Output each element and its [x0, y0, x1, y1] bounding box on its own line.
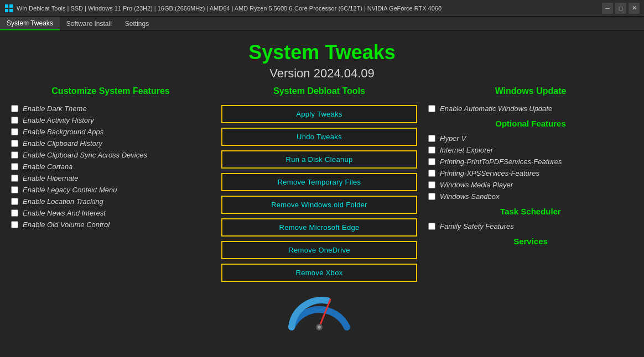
menu-item-settings[interactable]: Settings	[118, 17, 155, 30]
enable-old-volume-control-checkbox[interactable]	[11, 221, 18, 228]
minimize-button[interactable]: ─	[602, 3, 613, 14]
enable-clipboard-sync-label: Enable Clipboard Sync Across Devices	[23, 151, 147, 159]
hyper-v-label: Hyper-V	[440, 134, 466, 143]
enable-auto-windows-update-checkbox[interactable]	[428, 105, 435, 112]
printing-pdf-checkbox[interactable]	[428, 158, 435, 165]
enable-dark-theme-label: Enable Dark Theme	[23, 104, 87, 113]
maximize-button[interactable]: □	[615, 3, 626, 14]
list-item[interactable]: Enable Hibernate	[11, 172, 210, 184]
center-column: System Debloat Tools Apply Tweaks Undo T…	[216, 86, 423, 351]
enable-dark-theme-checkbox[interactable]	[11, 105, 18, 112]
list-item[interactable]: Enable Legacy Context Menu	[11, 184, 210, 196]
enable-location-tracking-checkbox[interactable]	[11, 198, 18, 205]
hyper-v-checkbox[interactable]	[428, 135, 435, 142]
printing-pdf-label: Printing-PrintToPDFServices-Features	[440, 158, 562, 166]
windows-sandbox-label: Windows Sandbox	[440, 192, 500, 201]
services-heading: Services	[428, 237, 633, 246]
right-column: Windows Update Enable Automatic Windows …	[423, 86, 638, 351]
enable-hibernate-checkbox[interactable]	[11, 175, 18, 182]
run-disk-cleanup-button[interactable]: Run a Disk Cleanup	[221, 150, 417, 169]
list-item[interactable]: Enable Activity History	[11, 114, 210, 126]
windows-media-player-label: Windows Media Player	[440, 181, 513, 189]
menu-item-software-install[interactable]: Software Install	[60, 17, 118, 30]
enable-legacy-context-menu-checkbox[interactable]	[11, 186, 18, 193]
speedometer-container	[221, 288, 417, 333]
center-column-heading: System Debloat Tools	[221, 86, 417, 96]
remove-windows-old-button[interactable]: Remove Windows.old Folder	[221, 196, 417, 214]
remove-onedrive-button[interactable]: Remove OneDrive	[221, 241, 417, 259]
version-label: Version 2024.04.09	[0, 66, 644, 81]
enable-cortana-checkbox[interactable]	[11, 163, 18, 170]
remove-microsoft-edge-button[interactable]: Remove Microsoft Edge	[221, 218, 417, 237]
enable-activity-history-label: Enable Activity History	[23, 116, 94, 124]
family-safety-features-checkbox[interactable]	[428, 223, 435, 230]
apply-tweaks-button[interactable]: Apply Tweaks	[221, 105, 417, 123]
list-item[interactable]: Enable Location Tracking	[11, 196, 210, 207]
task-scheduler-heading: Task Scheduler	[428, 207, 633, 216]
list-item[interactable]: Family Safety Features	[428, 221, 633, 232]
titlebar: Win Debloat Tools | SSD | Windows 11 Pro…	[0, 0, 644, 17]
optional-features-heading: Optional Features	[428, 119, 633, 128]
enable-cortana-label: Enable Cortana	[23, 162, 72, 171]
enable-clipboard-sync-checkbox[interactable]	[11, 151, 18, 159]
printing-xps-checkbox[interactable]	[428, 170, 435, 177]
family-safety-features-label: Family Safety Features	[440, 222, 514, 230]
windows-media-player-checkbox[interactable]	[428, 181, 435, 188]
task-scheduler-section: Task Scheduler Family Safety Features	[428, 207, 633, 232]
enable-background-apps-checkbox[interactable]	[11, 128, 18, 135]
left-column: Customize System Features Enable Dark Th…	[6, 86, 216, 351]
enable-news-and-interest-checkbox[interactable]	[11, 209, 18, 217]
enable-clipboard-history-checkbox[interactable]	[11, 140, 18, 147]
titlebar-controls: ─ □ ✕	[602, 3, 640, 14]
internet-explorer-checkbox[interactable]	[428, 146, 435, 154]
menu-item-system-tweaks[interactable]: System Tweaks	[0, 17, 60, 30]
list-item[interactable]: Enable Automatic Windows Update	[428, 103, 633, 114]
windows-sandbox-checkbox[interactable]	[428, 193, 435, 200]
enable-legacy-context-menu-label: Enable Legacy Context Menu	[23, 186, 117, 194]
list-item[interactable]: Windows Sandbox	[428, 191, 633, 202]
list-item[interactable]: Enable Clipboard Sync Across Devices	[11, 149, 210, 161]
list-item[interactable]: Printing-PrintToPDFServices-Features	[428, 156, 633, 167]
enable-activity-history-checkbox[interactable]	[11, 117, 18, 124]
enable-hibernate-label: Enable Hibernate	[23, 174, 78, 182]
list-item[interactable]: Enable Old Volume Control	[11, 219, 210, 230]
page-title: System Tweaks	[0, 41, 644, 64]
enable-background-apps-label: Enable Background Apps	[23, 128, 103, 136]
list-item[interactable]: Internet Explorer	[428, 144, 633, 156]
remove-xbox-button[interactable]: Remove Xbox	[221, 264, 417, 282]
svg-point-6	[318, 326, 321, 329]
enable-location-tracking-label: Enable Location Tracking	[23, 197, 103, 206]
windows-update-section: Windows Update Enable Automatic Windows …	[428, 86, 633, 114]
enable-old-volume-control-label: Enable Old Volume Control	[23, 221, 110, 229]
list-item[interactable]: Hyper-V	[428, 133, 633, 144]
columns-container: Customize System Features Enable Dark Th…	[0, 86, 644, 351]
svg-rect-2	[5, 9, 8, 12]
speedometer-graphic	[283, 288, 355, 333]
svg-rect-0	[5, 4, 8, 8]
list-item[interactable]: Enable Dark Theme	[11, 103, 210, 114]
printing-xps-label: Printing-XPSServices-Features	[440, 169, 539, 177]
enable-clipboard-history-label: Enable Clipboard History	[23, 139, 102, 148]
svg-rect-3	[9, 9, 13, 12]
list-item[interactable]: Enable Clipboard History	[11, 138, 210, 149]
remove-temp-files-button[interactable]: Remove Temporary Files	[221, 173, 417, 191]
internet-explorer-label: Internet Explorer	[440, 146, 493, 154]
enable-news-and-interest-label: Enable News And Interest	[23, 209, 106, 217]
list-item[interactable]: Printing-XPSServices-Features	[428, 167, 633, 179]
left-column-heading: Customize System Features	[11, 86, 210, 96]
svg-rect-1	[9, 4, 13, 8]
main-content: System Tweaks Version 2024.04.09 Customi…	[0, 31, 644, 357]
enable-auto-windows-update-label: Enable Automatic Windows Update	[440, 104, 552, 113]
undo-tweaks-button[interactable]: Undo Tweaks	[221, 128, 417, 146]
menubar: System Tweaks Software Install Settings	[0, 17, 644, 31]
header: System Tweaks Version 2024.04.09	[0, 31, 644, 86]
list-item[interactable]: Enable Cortana	[11, 161, 210, 172]
optional-features-section: Optional Features Hyper-V Internet Explo…	[428, 119, 633, 202]
app-icon	[4, 4, 13, 13]
list-item[interactable]: Enable News And Interest	[11, 207, 210, 219]
list-item[interactable]: Enable Background Apps	[11, 126, 210, 138]
list-item[interactable]: Windows Media Player	[428, 179, 633, 191]
close-button[interactable]: ✕	[629, 3, 640, 14]
titlebar-title: Win Debloat Tools | SSD | Windows 11 Pro…	[17, 5, 599, 12]
windows-update-heading: Windows Update	[428, 86, 633, 96]
